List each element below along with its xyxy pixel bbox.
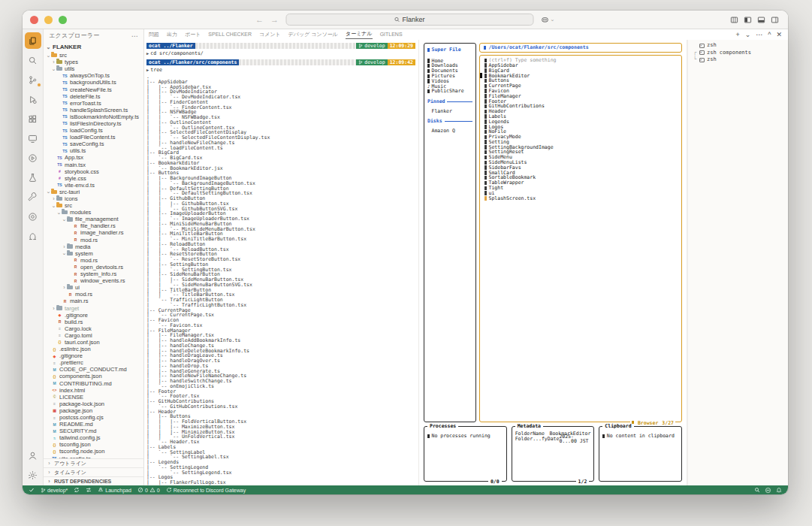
search-icon[interactable] [754, 487, 760, 493]
superfile-entry[interactable]: FileManager [484, 94, 678, 99]
tree-row[interactable]: ≡Cargo.lock [44, 325, 143, 332]
superfile-entry[interactable]: Header [484, 109, 678, 114]
tree-row[interactable]: <>index.html [44, 387, 143, 394]
problems-status[interactable]: 0 0 [137, 487, 160, 493]
sync-status[interactable] [74, 487, 80, 493]
tree-row[interactable]: TSApp.tsx [44, 154, 143, 161]
explorer-icon[interactable] [25, 32, 41, 49]
run-and-debug-icon[interactable] [25, 91, 41, 107]
terminal-tab[interactable]: └>_zsh [690, 56, 786, 64]
superfile-entry[interactable]: Labels [484, 114, 678, 119]
tree-row[interactable]: ›target [44, 304, 143, 311]
panel-tab-spell-checker[interactable]: SPELL CHECKER [208, 32, 252, 38]
search-icon[interactable] [25, 52, 41, 68]
tree-row[interactable]: Rwindow_events.rs [44, 277, 143, 284]
tree-row[interactable]: TShandleSplashScreen.ts [44, 107, 143, 113]
tree-row[interactable]: TSloadConfig.ts [44, 127, 143, 134]
tree-row[interactable]: ≡package-lock.json [44, 401, 143, 407]
panel-tab-問題[interactable]: 問題 [149, 31, 159, 39]
bell-icon[interactable] [776, 487, 782, 493]
panel-tab-出力[interactable]: 出力 [167, 31, 177, 39]
tree-row[interactable]: TSvite-env.d.ts [44, 182, 143, 189]
toggle-secondary-sidebar-icon[interactable] [771, 16, 779, 24]
account-icon[interactable] [25, 447, 41, 464]
superfile-entry[interactable]: GitHubContributions [484, 104, 678, 109]
tree-row[interactable]: TSlistFilesInDirectory.ts [44, 120, 143, 127]
tree-row[interactable]: TSdeleteFile.ts [44, 93, 143, 100]
tree-row[interactable]: ⌄src-tauri [44, 189, 143, 195]
explorer-actions-icon[interactable]: ⋯ [131, 32, 138, 40]
tree-row[interactable]: Rmain.rs [44, 298, 143, 304]
tree-row[interactable]: {}tsconfig.json [44, 441, 143, 448]
superfile-entry[interactable]: CurrentPage [484, 83, 678, 89]
tree-row[interactable]: ›icons [44, 195, 143, 202]
superfile-sidebar-item[interactable]: PublicShare [427, 89, 472, 94]
terminal-pane-tree[interactable]: ocat ../Flanker develop 12:09:29 ▶cd src… [144, 40, 419, 485]
tree-row[interactable]: MSECURITY.md [44, 428, 143, 434]
panel-tab-デバッグ-コンソール[interactable]: デバッグ コンソール [288, 31, 338, 39]
tree-row[interactable]: ≡postcss.config.cjs [44, 414, 143, 421]
superfile-entry[interactable]: PrivacyMode [484, 135, 678, 140]
tree-row[interactable]: ⌄file_management [44, 216, 143, 222]
copilot-icon[interactable]: ⌄ [540, 15, 555, 24]
new-terminal-icon[interactable]: + [735, 32, 739, 38]
tree-row[interactable]: TSalwaysOnTop.ts [44, 72, 143, 79]
tree-row[interactable]: ≡Cargo.toml [44, 332, 143, 339]
run-circle-icon[interactable] [25, 150, 41, 166]
command-center-search[interactable]: Flanker [285, 14, 533, 26]
tree-row[interactable]: TSerrorToast.ts [44, 100, 143, 107]
tree-row[interactable]: {}tsconfig.node.json [44, 448, 143, 455]
tree-row[interactable]: Ropen_devtools.rs [44, 264, 143, 271]
sidebar-section-1[interactable]: ›アウトライン [44, 458, 143, 467]
tree-row[interactable]: {}tauri.conf.json [44, 339, 143, 346]
tree-row[interactable]: TSloadFileContent.ts [44, 134, 143, 141]
tree-row[interactable]: ⌄modules [44, 209, 143, 216]
tree-row[interactable]: Rfile_handler.rs [44, 222, 143, 229]
panel-tab-ターミナル[interactable]: ターミナル [346, 30, 373, 39]
tree-row[interactable]: Rimage_handler.rs [44, 229, 143, 236]
remote-explorer-icon[interactable] [25, 130, 41, 147]
panel-tab-ポート[interactable]: ポート [185, 31, 201, 39]
superfile-sidebar-item[interactable]: Flanker [427, 109, 472, 114]
compare-status[interactable] [86, 487, 92, 493]
git-branch-status[interactable]: develop* [41, 488, 68, 493]
source-control-icon[interactable] [25, 71, 41, 88]
tree-row[interactable]: MCONTRIBUTING.md [44, 380, 143, 387]
tree-row[interactable]: {}.eslintrc.json [44, 346, 143, 352]
sidebar-section-3[interactable]: ›RUST DEPENDENCIES [44, 476, 143, 485]
superfile-entry[interactable]: BookmarkEditor [484, 73, 678, 78]
tree-row[interactable]: ›media [44, 243, 143, 250]
tree-row[interactable]: Rmod.rs [44, 237, 143, 243]
copilot-status-icon[interactable] [765, 487, 771, 494]
superfile-entry[interactable]: Legends [484, 119, 678, 125]
gitlens-icon[interactable] [25, 228, 41, 244]
tree-row[interactable]: ›ui [44, 284, 143, 291]
superfile-entry[interactable]: Logos [484, 124, 678, 129]
nav-back-icon[interactable]: ← [255, 16, 264, 24]
tree-row[interactable]: ⌄utils [44, 65, 143, 72]
terminal-dropdown-icon[interactable]: ⌄ [745, 32, 751, 38]
tree-row[interactable]: TSmain.tsx [44, 162, 143, 168]
panel-tab-gitlens[interactable]: GITLENS [380, 32, 403, 38]
tree-row[interactable]: TSbackgroundUtils.ts [44, 79, 143, 86]
tree-row[interactable]: TScreateNewFile.ts [44, 86, 143, 92]
superfile-entry[interactable]: AppSidebar [484, 63, 678, 68]
project-root-row[interactable]: ⌄ FLANKER [44, 42, 143, 52]
testing-icon[interactable] [25, 169, 41, 186]
maximize-panel-icon[interactable]: ^ [768, 32, 771, 38]
tree-row[interactable]: Rmod.rs [44, 257, 143, 264]
panel-tab-コメント[interactable]: コメント [259, 31, 281, 39]
terminal-tab[interactable]: >_zsh [690, 42, 786, 50]
superfile-entry[interactable]: SplashScreen.tsx [484, 196, 678, 201]
tree-row[interactable]: ⌄system [44, 250, 143, 257]
tree-row[interactable]: TSutils.ts [44, 147, 143, 154]
tree-row[interactable]: ◆.gitignore [44, 352, 143, 359]
tree-row[interactable]: {}components.json [44, 373, 143, 379]
tools-icon[interactable] [25, 189, 41, 205]
tree-row[interactable]: Rmod.rs [44, 291, 143, 298]
tree-row[interactable]: #style.css [44, 175, 143, 182]
tree-row[interactable]: ≈tailwind.config.js [44, 434, 143, 441]
tree-row[interactable]: ◆.gitignore [44, 312, 143, 319]
tree-row[interactable]: ›types [44, 59, 143, 65]
tree-row[interactable]: MCODE_OF_CONDUCT.md [44, 366, 143, 373]
